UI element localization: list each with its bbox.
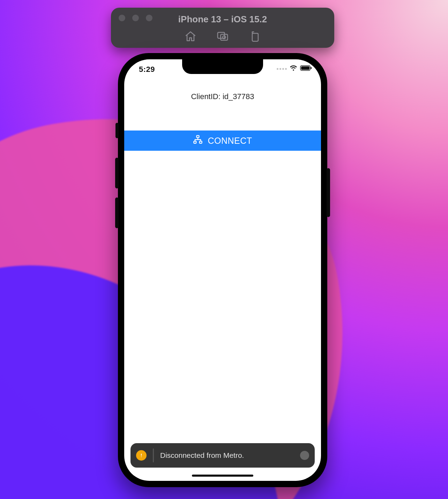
volume-up-button[interactable] bbox=[115, 158, 119, 188]
svg-rect-11 bbox=[141, 456, 142, 457]
app-content: ClientID: id_37783 CONNECT bbox=[124, 80, 321, 481]
connect-button[interactable]: CONNECT bbox=[124, 131, 321, 151]
svg-rect-5 bbox=[301, 66, 309, 70]
home-icon[interactable] bbox=[185, 30, 196, 44]
toast-status-dot bbox=[300, 451, 309, 460]
phone-frame: 5:29 bbox=[118, 53, 327, 487]
toast-divider bbox=[153, 448, 154, 462]
svg-rect-10 bbox=[141, 454, 142, 456]
connect-button-label: CONNECT bbox=[208, 136, 252, 146]
svg-point-2 bbox=[223, 36, 226, 39]
rotate-icon[interactable] bbox=[249, 30, 261, 44]
svg-rect-3 bbox=[252, 33, 258, 42]
cellular-icon bbox=[277, 68, 287, 70]
simulator-panel: iPhone 13 – iOS 15.2 bbox=[111, 8, 334, 48]
status-time: 5:29 bbox=[139, 65, 155, 74]
mute-switch[interactable] bbox=[115, 123, 119, 138]
wifi-icon bbox=[290, 65, 297, 73]
svg-rect-6 bbox=[311, 67, 312, 69]
client-id-label: ClientID: id_37783 bbox=[124, 92, 321, 101]
power-button[interactable] bbox=[327, 168, 330, 217]
svg-rect-1 bbox=[221, 34, 227, 40]
screenshot-icon[interactable] bbox=[217, 30, 229, 44]
svg-rect-0 bbox=[218, 32, 225, 38]
simulator-title: iPhone 13 – iOS 15.2 bbox=[111, 14, 334, 25]
battery-icon bbox=[300, 65, 312, 72]
volume-down-button[interactable] bbox=[115, 198, 119, 228]
toast-message: Disconnected from Metro. bbox=[160, 451, 295, 460]
network-icon bbox=[193, 135, 203, 147]
home-indicator[interactable] bbox=[192, 475, 253, 477]
notch bbox=[182, 59, 263, 74]
metro-toast[interactable]: Disconnected from Metro. bbox=[130, 443, 315, 468]
warning-icon bbox=[136, 450, 147, 461]
phone-screen: 5:29 bbox=[124, 59, 321, 481]
